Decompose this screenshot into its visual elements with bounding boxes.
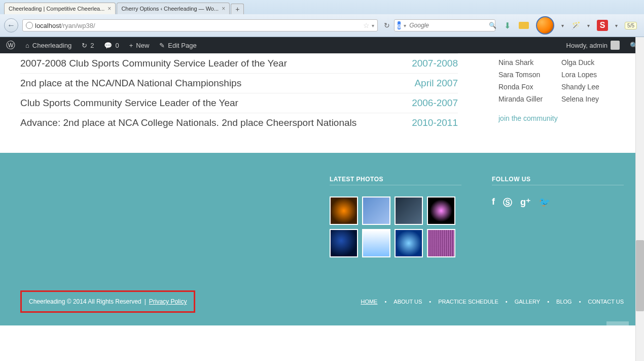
wp-admin-bar: ⓦ ⌂Cheerleading ↻2 💬0 +New ✎Edit Page Ho… [0,37,644,53]
folder-icon[interactable] [519,22,529,29]
entries-list: 2007-2008 Club Sports Community Service … [20,53,458,133]
entry-title: 2007-2008 Club Sports Community Service … [20,58,287,69]
photo-thumb[interactable] [395,196,423,225]
pencil-icon: ✎ [159,42,165,49]
tab-title: Cherry Options ‹ Cheerleading — Wo... [121,6,219,12]
separator: • [547,299,549,305]
member-name: Miranda Giller [498,95,552,103]
footer: LATEST PHOTOS FOLLOW US f Ⓢ g⁺ [0,153,644,325]
footer-nav-schedule[interactable]: PRACTICE SCHEDULE [438,299,498,305]
photo-thumb[interactable] [362,196,390,225]
search-input[interactable] [409,22,486,29]
footer-nav: HOME • ABOUT US • PRACTICE SCHEDULE • GA… [361,299,624,305]
copyright-text: Cheerleading © 2014 All Rights Reserved [29,298,141,305]
wordpress-icon[interactable]: ⓦ [6,39,15,51]
member-name: Ronda Fox [498,83,552,91]
footer-nav-home[interactable]: HOME [361,299,377,305]
privacy-link[interactable]: Privacy Policy [149,298,187,305]
separator: • [429,299,431,305]
wand-icon[interactable]: 🪄 [571,21,580,30]
entry-row: Advance: 2nd place at NCA College Nation… [20,113,458,133]
reload-icon[interactable]: ↻ [384,21,390,29]
download-icon[interactable]: ⬇ [503,21,512,30]
back-to-top-button[interactable]: ⌃ [606,321,629,344]
bookmark-icon[interactable]: ☆ [363,21,370,29]
entry-date: 2006-2007 [412,97,458,109]
member-name: Sara Tomson [498,71,552,79]
member-name: Selena Iney [561,95,615,103]
dropdown-icon[interactable]: ▾ [372,23,374,28]
names-grid: Nina Shark Olga Duck Sara Tomson Lora Lo… [498,58,615,103]
url-field[interactable]: localhost/ryan/wp38/ ☆ ▾ [22,19,378,31]
tab-bar: Cheerleading | Competitive Cheerlea... ×… [0,0,644,14]
footer-nav-about[interactable]: ABOUT US [393,299,422,305]
footer-nav-blog[interactable]: BLOG [556,299,572,305]
entry-date: 2010-2011 [412,117,458,128]
google-icon: g [398,21,401,29]
copyright-highlight: Cheerleading © 2014 All Rights Reserved … [20,290,195,313]
member-name: Olga Duck [561,58,615,67]
address-bar: ← localhost/ryan/wp38/ ☆ ▾ ↻ g ▾ 🔍 ⬇ ▾ 🪄… [0,14,644,37]
browser-tab-active[interactable]: Cheerleading | Competitive Cheerlea... × [4,3,116,14]
new-tab-button[interactable]: + [231,4,244,14]
scrollbar-thumb[interactable] [636,240,644,311]
photo-thumb[interactable] [330,229,358,257]
firefox-icon[interactable] [536,16,554,35]
photo-thumb[interactable] [427,196,455,225]
dropdown-icon[interactable]: ▾ [561,23,564,28]
new-link[interactable]: +New [129,42,150,49]
separator: • [384,299,386,305]
latest-photos-section: LATEST PHOTOS [330,176,461,257]
rating-badge[interactable]: 5/5 [625,22,637,29]
skype-icon[interactable]: Ⓢ [503,196,512,209]
search-engine-dropdown-icon[interactable]: ▾ [404,23,406,28]
photo-thumb[interactable] [395,229,423,257]
dropdown-icon[interactable]: ▾ [587,23,590,28]
member-name: Lora Lopes [561,71,615,79]
footer-nav-contact[interactable]: CONTACT US [588,299,624,305]
twitter-icon[interactable]: 🐦 [539,196,550,209]
search-icon[interactable]: 🔍 [489,22,496,29]
separator: • [579,299,581,305]
footer-nav-gallery[interactable]: GALLERY [515,299,541,305]
browser-chrome: Cheerleading | Competitive Cheerlea... ×… [0,0,644,37]
tab-title: Cheerleading | Competitive Cheerlea... [9,6,104,12]
member-name: Shandy Lee [561,83,615,91]
home-icon: ⌂ [25,42,29,49]
facebook-icon[interactable]: f [492,196,495,209]
url-text: localhost/ryan/wp38/ [35,22,361,29]
chevron-up-icon: ⌃ [613,325,623,340]
search-field[interactable]: g ▾ 🔍 [394,19,495,31]
photo-thumb[interactable] [362,229,390,257]
close-icon[interactable]: × [108,5,111,12]
section-heading: LATEST PHOTOS [330,176,461,185]
separator: • [506,299,508,305]
member-name: Nina Shark [498,58,552,67]
entry-title: Advance: 2nd place at NCA College Nation… [20,117,356,128]
comments-link[interactable]: 💬0 [104,42,119,49]
photo-thumb[interactable] [330,196,358,225]
updates-link[interactable]: ↻2 [82,42,94,49]
section-heading: FOLLOW US [492,176,624,185]
browser-tab[interactable]: Cherry Options ‹ Cheerleading — Wo... × [117,3,230,14]
s-extension-icon[interactable]: S [597,20,608,31]
join-community-link[interactable]: join the community [498,114,615,122]
dropdown-icon[interactable]: ▾ [615,23,618,28]
avatar [611,41,620,50]
edit-page-link[interactable]: ✎Edit Page [159,42,196,49]
site-link[interactable]: ⌂Cheerleading [25,42,71,49]
toolbar-icons: ⬇ ▾ 🪄 ▾ S ▾ 5/5 [499,16,640,35]
photo-thumb[interactable] [427,229,455,257]
content-area: 2007-2008 Club Sports Community Service … [0,53,635,153]
follow-us-section: FOLLOW US f Ⓢ g⁺ 🐦 [492,176,624,257]
entry-date: 2007-2008 [412,58,458,69]
entry-row: 2007-2008 Club Sports Community Service … [20,53,458,73]
sidebar: Nina Shark Olga Duck Sara Tomson Lora Lo… [498,53,615,133]
scrollbar[interactable] [635,37,644,361]
howdy-user[interactable]: Howdy, admin [566,41,620,50]
comment-icon: 💬 [104,42,112,49]
back-button[interactable]: ← [4,18,18,32]
close-icon[interactable]: × [222,5,225,12]
refresh-icon: ↻ [82,42,87,49]
google-plus-icon[interactable]: g⁺ [520,196,531,209]
